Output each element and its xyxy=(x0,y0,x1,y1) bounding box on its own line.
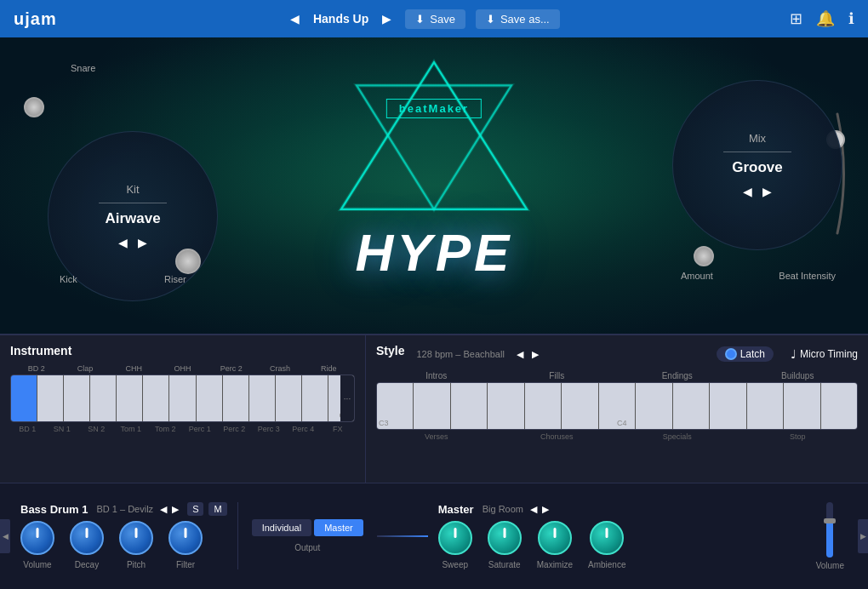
key-2[interactable] xyxy=(37,375,64,421)
volume-slider-track[interactable] xyxy=(826,502,833,558)
more-dots: ··· xyxy=(344,394,351,403)
style-key-10[interactable] xyxy=(710,383,746,429)
label-bd2: BD 2 xyxy=(12,364,60,373)
save-as-button[interactable]: ⬇ Save as... xyxy=(476,9,560,29)
style-key-2[interactable] xyxy=(414,383,450,429)
save-button[interactable]: ⬇ Save xyxy=(405,9,465,29)
instrument-style-row: Instrument BD 2 Clap CHH OHH Perc 2 Cras… xyxy=(0,335,868,483)
bd-next-button[interactable]: ▶ xyxy=(172,504,179,515)
label-ohh: OHH xyxy=(158,364,207,373)
style-key-8[interactable] xyxy=(636,383,672,429)
key-bd1[interactable] xyxy=(11,375,37,421)
style-key-13[interactable] xyxy=(821,383,857,429)
kit-prev-button[interactable]: ◀ xyxy=(118,236,128,249)
output-label: Output xyxy=(294,543,320,552)
label-clap: Clap xyxy=(60,364,109,373)
bottom-bd1: BD 1 xyxy=(10,425,45,433)
key-12[interactable] xyxy=(302,375,328,421)
style-key-9[interactable] xyxy=(673,383,710,429)
style-key-6[interactable] xyxy=(562,383,598,429)
mix-divider xyxy=(723,152,791,152)
bell-icon[interactable]: 🔔 xyxy=(816,9,835,28)
collapse-right-button[interactable]: ▶ xyxy=(858,519,868,553)
metronome-icon: ♩ xyxy=(791,347,797,361)
riser-knob[interactable] xyxy=(175,249,201,274)
key-10[interactable] xyxy=(249,375,276,421)
collapse-left-button[interactable]: ◀ xyxy=(0,519,10,553)
volume-slider-thumb[interactable] xyxy=(824,518,836,523)
style-prev-button[interactable]: ◀ xyxy=(517,349,523,360)
style-key-11[interactable] xyxy=(747,383,784,429)
style-key-4[interactable] xyxy=(488,383,524,429)
sweep-knob[interactable] xyxy=(438,521,472,555)
saturate-knob-group: Saturate xyxy=(488,521,522,569)
key-3[interactable] xyxy=(64,375,90,421)
key-5[interactable] xyxy=(117,375,143,421)
section-verses: Verses xyxy=(376,432,497,441)
individual-button[interactable]: Individual xyxy=(252,519,311,536)
volume-slider-fill xyxy=(826,518,833,558)
snare-knob[interactable] xyxy=(24,97,44,117)
key-6[interactable] xyxy=(143,375,169,421)
instrument-bottom-labels: BD 1 SN 1 SN 2 Tom 1 Tom 2 Perc 1 Perc 2… xyxy=(10,425,355,433)
bass-drum-preset: BD 1 – Devilz xyxy=(96,504,153,514)
master-output-button[interactable]: Master xyxy=(314,519,363,536)
hype-text: HYPE xyxy=(356,222,513,283)
save-icon: ⬇ xyxy=(415,13,425,26)
bd-volume-knob[interactable] xyxy=(20,521,54,555)
ambience-knob[interactable] xyxy=(590,521,624,555)
key-4[interactable] xyxy=(90,375,117,421)
kick-label: Kick xyxy=(60,274,77,284)
bd-decay-knob[interactable] xyxy=(70,521,104,555)
more-indicator: ··· xyxy=(340,375,354,421)
mix-next-button[interactable]: ▶ xyxy=(762,185,772,198)
style-key-3[interactable] xyxy=(451,383,488,429)
latch-button[interactable]: Latch xyxy=(717,346,774,362)
label-crash: Crash xyxy=(255,364,304,373)
micro-timing-button[interactable]: ♩ Micro Timing xyxy=(791,347,858,361)
hero-section: beatMaker Snare Kit Airwave ◀ ▶ Kick Ris… xyxy=(0,37,868,334)
kit-next-button[interactable]: ▶ xyxy=(138,236,147,249)
next-preset-button[interactable]: ▶ xyxy=(379,10,395,27)
solo-button[interactable]: S xyxy=(187,502,203,516)
beatmaker-label: beatMaker xyxy=(386,99,482,118)
master-next-button[interactable]: ▶ xyxy=(542,504,549,515)
style-section-labels-top: Intros Fills Endings Buildups xyxy=(376,371,858,380)
expand-icon[interactable]: ⊞ xyxy=(790,9,802,28)
label-chh: CHH xyxy=(110,364,158,373)
mix-circle: Mix Groove ◀ ▶ xyxy=(672,80,842,250)
beat-intensity-label: Beat Intensity xyxy=(779,271,836,281)
bass-drum-title: Bass Drum 1 xyxy=(20,503,88,516)
key-9[interactable] xyxy=(223,375,249,421)
master-prev-button[interactable]: ◀ xyxy=(530,504,537,515)
mute-button[interactable]: M xyxy=(208,502,226,516)
bottom-perc2: Perc 2 xyxy=(217,425,252,433)
bottom-fx: FX xyxy=(321,425,356,433)
section-intros: Intros xyxy=(376,371,497,380)
saturate-knob[interactable] xyxy=(488,521,522,555)
section-fills: Fills xyxy=(497,371,618,380)
style-keyboard[interactable]: C3 C4 xyxy=(376,382,858,430)
maximize-knob-group: Maximize xyxy=(537,521,573,569)
bd-pitch-label: Pitch xyxy=(127,560,146,569)
master-preset: Big Room xyxy=(483,504,523,514)
style-panel: Style 128 bpm – Beachball ◀ ▶ Latch ♩ Mi… xyxy=(366,335,868,483)
key-11[interactable] xyxy=(276,375,302,421)
style-next-button[interactable]: ▶ xyxy=(532,349,539,360)
bd-prev-button[interactable]: ◀ xyxy=(160,504,167,515)
style-key-12[interactable] xyxy=(784,383,820,429)
mix-prev-button[interactable]: ◀ xyxy=(743,185,752,198)
maximize-knob[interactable] xyxy=(538,521,572,555)
section-stop: Stop xyxy=(738,432,859,441)
key-8[interactable] xyxy=(197,375,223,421)
prev-preset-button[interactable]: ◀ xyxy=(287,10,303,27)
bd-pitch-knob[interactable] xyxy=(119,521,153,555)
style-bpm: 128 bpm – Beachball xyxy=(416,349,504,359)
style-key-5[interactable] xyxy=(525,383,562,429)
bd-volume-label: Volume xyxy=(23,560,51,569)
bd-filter-knob[interactable] xyxy=(168,521,203,555)
info-icon[interactable]: ℹ xyxy=(848,9,854,28)
key-7[interactable] xyxy=(169,375,196,421)
amount-knob[interactable] xyxy=(694,246,714,266)
instrument-keyboard[interactable]: C2 ··· xyxy=(10,375,355,422)
